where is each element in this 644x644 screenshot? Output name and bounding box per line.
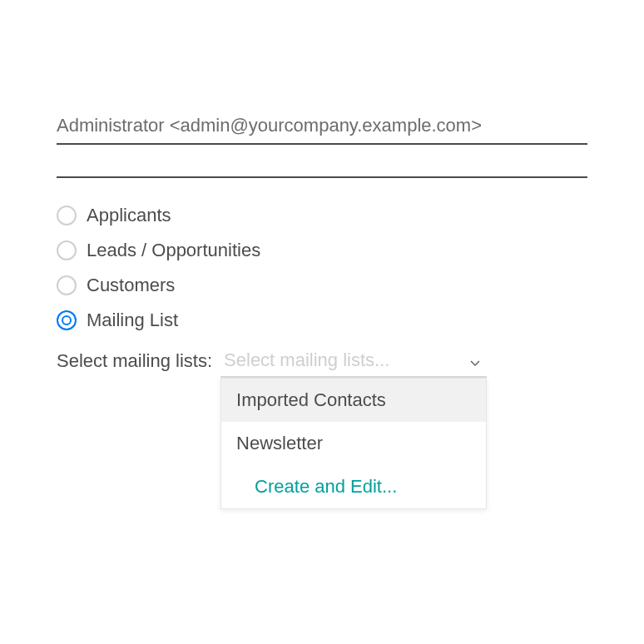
dropdown-item-create-and-edit[interactable]: Create and Edit... [221,465,486,508]
radio-applicants[interactable]: Applicants [57,205,587,226]
mailing-list-select-row: Select mailing lists: Imported Contacts … [57,344,587,378]
dropdown-item-newsletter[interactable]: Newsletter [221,422,486,465]
mailing-list-select[interactable]: Imported Contacts Newsletter Create and … [220,344,487,378]
from-field-row [57,108,587,145]
radio-label-mailing-list: Mailing List [87,310,178,331]
radio-customers[interactable]: Customers [57,275,587,296]
radio-label-customers: Customers [87,275,175,296]
radio-leads[interactable]: Leads / Opportunities [57,240,587,261]
dropdown-item-imported-contacts[interactable]: Imported Contacts [221,379,486,422]
recipients-radio-group: Applicants Leads / Opportunities Custome… [57,205,587,331]
radio-label-applicants: Applicants [87,205,171,226]
mailing-list-select-input[interactable] [220,344,487,378]
radio-circle-selected-icon [57,310,77,330]
radio-circle-icon [57,206,77,225]
radio-mailing-list[interactable]: Mailing List [57,310,587,331]
radio-circle-icon [57,240,77,260]
subject-input-row[interactable] [57,170,587,178]
radio-label-leads: Leads / Opportunities [87,240,260,261]
from-input[interactable] [57,108,587,145]
radio-circle-icon [57,275,77,295]
mailing-list-select-label: Select mailing lists: [57,350,212,372]
mailing-list-dropdown: Imported Contacts Newsletter Create and … [220,378,487,509]
